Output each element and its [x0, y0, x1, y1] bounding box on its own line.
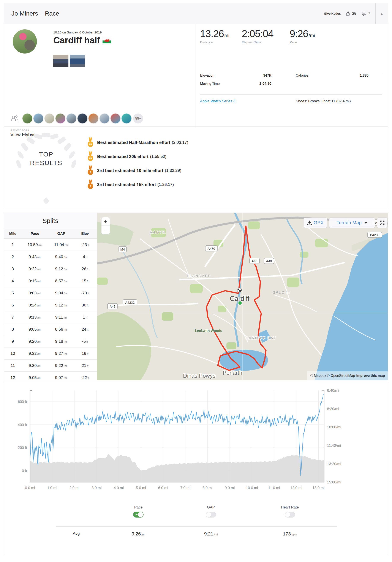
kudoser-avatar[interactable] [88, 114, 98, 123]
svg-text:3: 3 [90, 171, 91, 174]
avg-pace-value: 9:26/mi [125, 531, 151, 537]
heart-rate-toggle[interactable] [285, 512, 295, 517]
chevron-up-icon: ▲ [380, 12, 383, 15]
athlete-avatar[interactable] [13, 29, 37, 54]
summary-left: 10:26 on Sunday, 6 October 2019 Cardiff … [4, 24, 196, 127]
column-header: GAP [48, 232, 74, 236]
pace-elevation-chart[interactable]: 600 ft400 ft200 ft0 ft6:40/mi8:20/mi10:0… [4, 382, 388, 494]
top-results-heading: TOP RESULTS [14, 150, 79, 167]
svg-text:A48: A48 [266, 259, 272, 263]
kudoser-avatar[interactable] [77, 114, 87, 123]
avg-heart-rate-value: 173bpm [277, 531, 303, 537]
map-zoom-controls: + − [101, 217, 110, 234]
road-shield: A48 [264, 258, 274, 264]
zoom-in-button[interactable]: + [101, 217, 110, 226]
result-text: Best estimated 20k effort [97, 154, 149, 159]
comment-count: 7 [368, 12, 370, 16]
table-row: 110:59/mi11:04/mi-23ft [4, 239, 97, 251]
svg-text:A4232: A4232 [125, 301, 134, 304]
x-axis-tick: 11.0 mi [268, 486, 280, 490]
photo-thumbnail[interactable] [70, 55, 85, 67]
table-row: 129:05/mi9:07/mi-22ft [4, 372, 97, 380]
toggle-knob [206, 512, 211, 517]
table-row: 39:22/mi9:12/mi26ft [4, 263, 97, 275]
gpx-button[interactable]: GPX [304, 218, 327, 228]
x-axis-tick: 12.0 mi [290, 486, 302, 490]
gap-toggle-group: GAP [198, 505, 224, 517]
device-link[interactable]: Apple Watch Series 3 [200, 99, 235, 103]
route-map[interactable]: RADYRLLANDAFFSPLOTTCARDIFF BAYLeckwith W… [97, 213, 388, 380]
right-axis-tick: 6:40/mi [327, 388, 339, 393]
x-axis-tick: 6.0 mi [158, 486, 168, 490]
result-item: 33rd best estimated 10 mile effort(1:32:… [87, 166, 181, 175]
svg-text:A470: A470 [207, 247, 215, 250]
pace-toggle[interactable]: on [133, 512, 143, 517]
x-axis-tick: 8.0 mi [202, 486, 213, 490]
welsh-flag-icon [103, 37, 111, 43]
left-axis-tick: 200 ft [18, 446, 27, 450]
kudos-overflow-badge[interactable]: 99+ [133, 114, 143, 123]
shoes-label: Shoes: Brooks Ghost 11 (82.4 mi) [296, 99, 351, 103]
result-item: PRBest estimated 20k effort(1:55:50) [87, 152, 166, 161]
result-time: (1:32:29) [165, 168, 181, 173]
finish-marker[interactable] [237, 288, 242, 292]
table-row: 29:43/mi9:40/mi4ft [4, 251, 97, 263]
photo-strip [53, 55, 85, 67]
detail-label: Elevation [200, 74, 214, 78]
photo-thumbnail[interactable] [53, 55, 68, 67]
road-shield: A48 [249, 258, 260, 264]
kudoser-avatar[interactable] [67, 114, 76, 123]
left-axis-tick: 600 ft [18, 400, 27, 404]
group-icon [11, 114, 19, 123]
kudoser-avatar[interactable] [110, 114, 120, 123]
toggle-knob [285, 512, 290, 517]
road-shield: A48 [107, 304, 118, 309]
table-row: 49:15/mi8:57/mi15ft [4, 275, 97, 287]
comment-counter[interactable]: 7 [362, 11, 370, 16]
kudoser-avatar[interactable] [56, 114, 65, 123]
terrain-map-dropdown[interactable]: Terrain Map [329, 218, 375, 228]
avg-label: Avg [73, 531, 80, 536]
splits-header-row: Mile Pace GAP Elev [4, 229, 97, 239]
x-axis-tick: 3.0 mi [92, 486, 101, 490]
table-row: 89:05/mi8:56/mi24ft [4, 323, 97, 335]
give-kudos-button[interactable]: Give Kudos [324, 12, 341, 15]
kudos-count: 25 [352, 12, 356, 16]
toggle-label: Heart Rate [277, 505, 303, 510]
map-place-label: Dinas Powys [183, 373, 215, 379]
result-item: 33rd best estimated 15k effort(1:26:17) [87, 180, 174, 189]
kudoser-avatar[interactable] [121, 114, 131, 123]
kudoser-avatar[interactable] [23, 114, 32, 123]
map-place-label: LLANDAFF [187, 274, 211, 278]
x-axis-tick: 5.0 mi [136, 486, 146, 490]
map-place-label: Cardiff [230, 295, 249, 302]
activity-datetime: 10:26 on Sunday, 6 October 2019 [53, 30, 102, 34]
medal-pr-icon: PR [87, 152, 94, 162]
zoom-out-button[interactable]: − [101, 226, 110, 234]
svg-text:PR: PR [89, 157, 92, 160]
result-text: 3rd best estimated 10 mile effort [97, 168, 163, 173]
collapse-button[interactable]: ▲ [375, 3, 388, 24]
kudoser-avatar[interactable] [45, 114, 54, 123]
fullscreen-button[interactable] [377, 218, 387, 228]
splits-map-card: Splits Mile Pace GAP Elev 110:59/mi11:04… [4, 212, 388, 380]
result-item: PRBest estimated Half-Marathon effort(2:… [87, 138, 188, 147]
download-icon [307, 220, 312, 225]
divider [200, 94, 382, 94]
kudoser-avatar[interactable] [34, 114, 43, 123]
stats-row: 13.26miDistance2:05:04Elapsed Time9:26/m… [200, 28, 315, 44]
kudoser-avatar[interactable] [99, 114, 109, 123]
pace-toggle-group: Paceon [125, 505, 151, 517]
medal-3rd-icon: 3 [87, 180, 94, 189]
improve-map-link[interactable]: Improve this map [356, 374, 385, 378]
right-axis-tick: 10:00/mi [327, 425, 341, 429]
detail-value: 1,380 [345, 74, 368, 78]
x-axis-tick: 13.0 mi [312, 486, 324, 490]
kudos-counter[interactable]: 25 [345, 11, 356, 16]
strava-activity-page: Jo Miners – Race Give Kudos 25 7 ▲ 10:26… [0, 0, 392, 562]
medal-pr-icon: PR [87, 138, 94, 147]
x-axis-tick: 9.0 mi [225, 486, 235, 490]
gap-toggle[interactable] [206, 512, 216, 517]
laurel-wreath-icon [14, 132, 79, 203]
x-axis-tick: 4.0 mi [114, 486, 124, 490]
